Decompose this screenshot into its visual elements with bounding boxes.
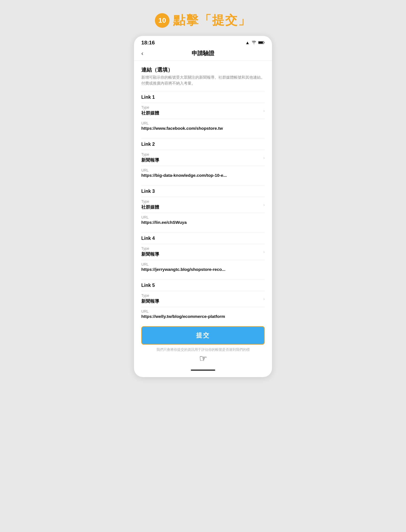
link-2-group: Link 2 Type 新聞報導 › URL https://big-data-…	[141, 138, 265, 180]
link-1-url-row: URL https://www.facebook.com/shopstore.t…	[141, 119, 265, 133]
back-button[interactable]: ‹	[141, 50, 143, 57]
link-2-url-value: https://big-data-knowledge.com/top-10-e.…	[141, 173, 265, 178]
link-3-type-label: Type	[141, 199, 263, 204]
step-badge: 10	[155, 13, 169, 28]
status-time: 18:16	[141, 40, 155, 46]
link-1-label: Link 1	[141, 94, 265, 100]
link-2-label: Link 2	[141, 141, 265, 147]
link-2-url-row: URL https://big-data-knowledge.com/top-1…	[141, 166, 265, 180]
nav-bar: ‹ 申請驗證	[134, 48, 272, 61]
link-5-group: Link 5 Type 新聞報導 › URL https://welly.tw/…	[141, 279, 265, 321]
content-area: 連結（選填） 新增可顯示你的帳號受大眾關注的新聞報導、社群媒體帳號和其他連結。付…	[134, 61, 272, 321]
chevron-icon: ›	[263, 296, 265, 302]
submit-area: 提交 我們只會將你提交的資訊用于評估你的帳號是否達到我們的標 ☞	[134, 321, 272, 367]
cursor-hand-icon: ☞	[199, 353, 207, 364]
wifi-icon	[252, 40, 256, 45]
link-3-label: Link 3	[141, 189, 265, 194]
phone-frame: 18:16 ▲ ‹ 申請驗證	[134, 36, 272, 377]
link-1-type-value: 社群媒體	[141, 110, 263, 116]
link-5-label: Link 5	[141, 283, 265, 288]
link-2-type-value: 新聞報導	[141, 157, 263, 163]
status-bar: 18:16 ▲	[134, 36, 272, 48]
link-5-type-label: Type	[141, 294, 263, 298]
link-5-type-row[interactable]: Type 新聞報導 ›	[141, 291, 265, 307]
link-5-url-value: https://welly.tw/blog/ecommerce-platform	[141, 314, 265, 319]
home-indicator	[191, 370, 215, 371]
link-2-url-label: URL	[141, 168, 265, 173]
link-4-url-label: URL	[141, 262, 265, 267]
link-3-type-row[interactable]: Type 社群媒體 ›	[141, 197, 265, 213]
link-2-type-label: Type	[141, 153, 263, 157]
link-4-type-value: 新聞報導	[141, 251, 263, 257]
link-1-type-row[interactable]: Type 社群媒體 ›	[141, 103, 265, 119]
link-3-type-value: 社群媒體	[141, 204, 263, 210]
link-4-url-value: https://jerrywangtc.blog/shopstore-reco.…	[141, 267, 265, 272]
page-title: 申請驗證	[192, 49, 214, 57]
chevron-icon: ›	[263, 108, 265, 113]
section-title: 連結（選填）	[141, 66, 265, 73]
chevron-icon: ›	[263, 249, 265, 255]
link-4-group: Link 4 Type 新聞報導 › URL https://jerrywang…	[141, 232, 265, 274]
cursor-indicator: ☞	[141, 353, 265, 364]
section-header: 連結（選填） 新增可顯示你的帳號受大眾關注的新聞報導、社群媒體帳號和其他連結。付…	[141, 66, 265, 86]
status-icons: ▲	[245, 40, 265, 45]
link-1-url-label: URL	[141, 121, 265, 126]
link-3-group: Link 3 Type 社群媒體 › URL https://lin.ee/ch…	[141, 185, 265, 227]
link-3-url-label: URL	[141, 215, 265, 220]
step-title: 點擊「提交」	[173, 12, 251, 28]
link-5-type-value: 新聞報導	[141, 298, 263, 304]
link-5-url-label: URL	[141, 309, 265, 314]
link-4-type-label: Type	[141, 246, 263, 251]
link-5-url-row: URL https://welly.tw/blog/ecommerce-plat…	[141, 307, 265, 321]
chevron-icon: ›	[263, 155, 265, 161]
chevron-icon: ›	[263, 202, 265, 208]
submit-button[interactable]: 提交	[141, 326, 265, 345]
link-4-type-row[interactable]: Type 新聞報導 ›	[141, 244, 265, 260]
link-3-url-value: https://lin.ee/chSWuya	[141, 220, 265, 225]
link-4-url-row: URL https://jerrywangtc.blog/shopstore-r…	[141, 260, 265, 274]
link-2-type-row[interactable]: Type 新聞報導 ›	[141, 150, 265, 166]
link-1-group: Link 1 Type 社群媒體 › URL https://www.faceb…	[141, 91, 265, 133]
submit-note: 我們只會將你提交的資訊用于評估你的帳號是否達到我們的標	[141, 347, 265, 352]
link-4-label: Link 4	[141, 236, 265, 241]
section-desc: 新增可顯示你的帳號受大眾關注的新聞報導、社群媒體帳號和其他連結。付費或推廣內容將…	[141, 75, 265, 86]
signal-icon: ▲	[245, 40, 250, 45]
link-3-url-row: URL https://lin.ee/chSWuya	[141, 213, 265, 227]
step-header: 10 點擊「提交」	[155, 12, 251, 28]
battery-icon	[258, 40, 265, 45]
link-1-type-label: Type	[141, 105, 263, 110]
svg-rect-1	[259, 42, 263, 43]
link-1-url-value: https://www.facebook.com/shopstore.tw	[141, 126, 265, 131]
